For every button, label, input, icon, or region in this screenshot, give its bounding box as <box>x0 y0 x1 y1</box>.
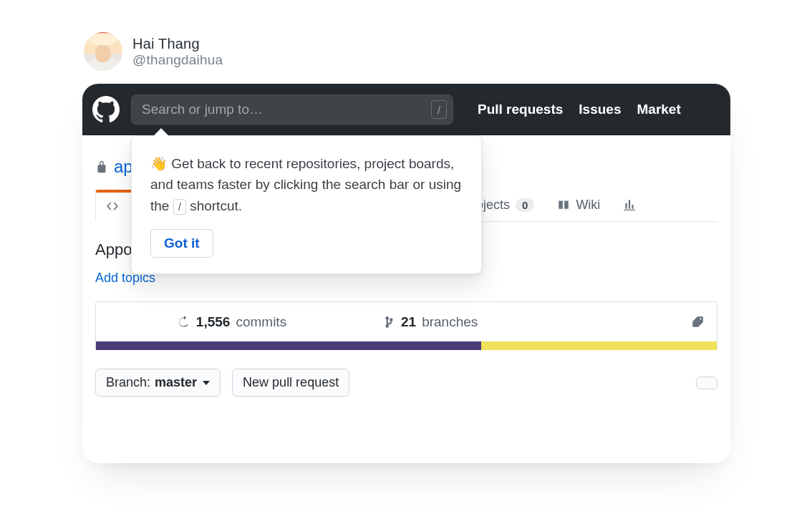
top-nav: Pull requests Issues Market <box>478 102 681 117</box>
author-handle[interactable]: @thangdaihua <box>132 52 223 68</box>
wave-emoji: 👋 <box>150 156 168 171</box>
language-seg-1 <box>96 341 481 350</box>
avatar[interactable] <box>84 32 122 71</box>
nav-pull-requests[interactable]: Pull requests <box>478 102 563 117</box>
slash-kbd: / <box>173 199 186 215</box>
book-icon <box>557 198 570 211</box>
tab-wiki[interactable]: Wiki <box>547 190 610 221</box>
right-action-partial[interactable] <box>696 377 717 389</box>
screenshot-card: / Pull requests Issues Market ap <box>82 84 730 463</box>
language-seg-2 <box>481 341 717 350</box>
search-tip-popover: 👋 Get back to recent repositories, proje… <box>131 135 482 274</box>
branch-select-button[interactable]: Branch: master <box>95 369 221 397</box>
global-search[interactable]: / <box>131 94 453 125</box>
history-icon <box>178 316 190 329</box>
lock-icon <box>95 159 108 175</box>
tab-code[interactable] <box>95 190 135 222</box>
stat-branches[interactable]: 21 branches <box>368 314 492 330</box>
tab-projects-count: 0 <box>516 198 534 212</box>
repo-name: ap <box>114 157 133 177</box>
popover-text: 👋 Get back to recent repositories, proje… <box>150 153 463 216</box>
search-input[interactable] <box>142 102 425 117</box>
nav-issues[interactable]: Issues <box>579 102 621 117</box>
author-name[interactable]: Hai Thang <box>132 36 223 52</box>
tag-icon <box>691 316 704 329</box>
stat-commits[interactable]: 1,556 commits <box>96 314 368 330</box>
branches-label: branches <box>422 314 478 330</box>
slash-shortcut-badge: / <box>431 100 447 119</box>
graph-icon <box>623 198 636 211</box>
branch-prefix: Branch: <box>106 375 150 390</box>
commits-count: 1,556 <box>196 314 231 330</box>
git-branch-icon <box>382 316 395 329</box>
branches-count: 21 <box>401 314 416 330</box>
language-bar[interactable] <box>95 341 717 350</box>
repo-stats-bar: 1,556 commits 21 branches <box>95 301 717 341</box>
new-pull-request-button[interactable]: New pull request <box>232 369 349 397</box>
caret-down-icon <box>203 381 210 385</box>
commits-label: commits <box>236 314 286 330</box>
tab-insights-partial[interactable] <box>613 191 646 220</box>
nav-marketplace[interactable]: Market <box>637 102 680 117</box>
repo-actions-row: Branch: master New pull request <box>95 369 717 397</box>
tab-wiki-label: Wiki <box>576 198 600 213</box>
popover-text-b: shortcut. <box>186 198 242 213</box>
github-logo-icon[interactable] <box>92 96 120 123</box>
got-it-button[interactable]: Got it <box>150 229 213 258</box>
post-author: Hai Thang @thangdaihua <box>84 32 730 71</box>
github-top-bar: / Pull requests Issues Market <box>82 84 730 135</box>
branch-name: master <box>155 375 197 390</box>
code-icon <box>106 200 119 213</box>
stat-right-partial[interactable] <box>677 316 717 329</box>
